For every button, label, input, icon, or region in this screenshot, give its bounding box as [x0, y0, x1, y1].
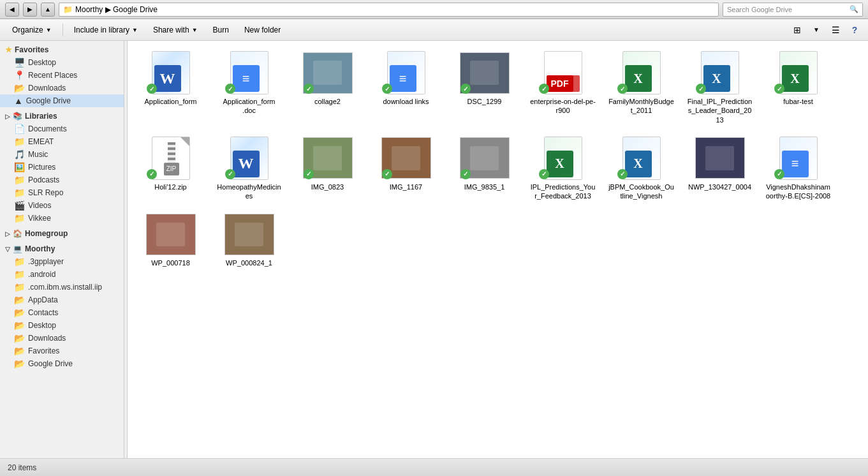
list-item[interactable]: ✓IMG_1167 [369, 133, 443, 204]
view-large-icon-button[interactable]: ⊞ [789, 22, 805, 38]
list-item[interactable]: ✓IMG_9835_1 [448, 133, 521, 204]
include-library-button[interactable]: Include in library ▼ [67, 22, 145, 38]
contacts-icon: 📂 [14, 308, 25, 318]
gdrive2-icon: 📂 [14, 359, 25, 369]
favorites-label: Favorites [15, 45, 48, 54]
sync-check-badge: ✓ [304, 169, 314, 179]
new-folder-button[interactable]: New folder [237, 22, 288, 38]
sidebar-item-desktop2[interactable]: 📂 Desktop [0, 319, 124, 332]
file-label: HomeopathyMedicines [216, 182, 283, 201]
sidebar-item-recent-label: Recent Places [28, 71, 77, 80]
list-item[interactable]: X ✓fubar-test [761, 47, 835, 128]
file-label: Holi'12.zip [154, 182, 186, 191]
excel-icon: X [622, 51, 661, 94]
back-button[interactable]: ◀ [5, 3, 19, 17]
sidebar-item-documents[interactable]: 📄 Documents [0, 123, 124, 135]
list-item[interactable]: WP_000824_1 [212, 209, 286, 271]
file-label: Application_form .doc [216, 97, 283, 115]
sidebar-pictures-label: Pictures [28, 163, 55, 172]
excel-blue-icon: X [701, 51, 739, 94]
list-item[interactable]: ≡ ✓Application_form .doc [212, 47, 286, 128]
file-icon-wrapper: PDF ✓ [538, 50, 589, 95]
sidebar-item-gdrive2[interactable]: 📂 Google Drive [0, 357, 124, 370]
sidebar-item-favorites2[interactable]: 📂 Favorites [0, 345, 124, 357]
share-with-button[interactable]: Share with ▼ [146, 22, 205, 38]
chevron-homegroup: ▷ [5, 230, 10, 237]
list-item[interactable]: ✓DSC_1299 [448, 47, 521, 128]
sidebar-item-google-drive[interactable]: ▲ Google Drive [0, 94, 124, 107]
list-item[interactable]: X ✓jBPM_Cookbook_Outline_Vignesh [605, 133, 678, 204]
list-item[interactable]: ✓IMG_0823 [291, 133, 364, 204]
toolbar: Organize ▼ Include in library ▼ Share wi… [0, 19, 868, 41]
list-item[interactable]: X ✓FamilyMonthlyBudget_2011 [605, 47, 678, 128]
view-details-button[interactable]: ☰ [827, 22, 844, 38]
sidebar-item-emeat[interactable]: 📁 EMEAT [0, 135, 124, 148]
sidebar-documents-label: Documents [28, 124, 67, 133]
list-item[interactable]: NWP_130427_0004 [683, 133, 756, 204]
sidebar-emeat-label: EMEAT [28, 137, 54, 146]
sidebar-item-pictures[interactable]: 🖼️ Pictures [0, 161, 124, 174]
file-icon-wrapper: ✓ [302, 50, 353, 95]
desktop2-icon: 📂 [14, 320, 25, 331]
sidebar-vikkee-label: Vikkee [28, 214, 51, 223]
sidebar-item-downloads[interactable]: 📂 Downloads [0, 82, 124, 94]
sync-check-badge: ✓ [774, 169, 784, 179]
favorites-star-icon: ★ [5, 45, 12, 54]
sidebar-item-3gp[interactable]: 📁 .3gpplayer [0, 255, 124, 268]
file-icon-wrapper: ✓ [459, 136, 510, 181]
toolbar-right: ⊞ ▼ ☰ ? [789, 22, 863, 38]
burn-button[interactable]: Burn [206, 22, 236, 38]
sidebar-item-music[interactable]: 🎵 Music [0, 148, 124, 161]
list-item[interactable]: ZIP ✓Holi'12.zip [134, 133, 207, 204]
list-item[interactable]: PDF ✓enterprise-on-del-pe-r900 [526, 47, 600, 128]
sidebar-item-podcasts[interactable]: 📁 Podcasts [0, 174, 124, 186]
sidebar-item-slrrepo[interactable]: 📁 SLR Repo [0, 186, 124, 199]
help-button[interactable]: ? [846, 22, 863, 38]
sidebar-item-comibm[interactable]: 📁 .com.ibm.ws.install.iip [0, 281, 124, 294]
breadcrumb[interactable]: 📁 Moorthy ▶ Google Drive [59, 3, 719, 17]
sidebar-item-appdata[interactable]: 📂 AppData [0, 294, 124, 306]
sidebar-item-downloads2[interactable]: 📂 Downloads [0, 332, 124, 345]
list-item[interactable]: ✓collage2 [291, 47, 364, 128]
item-count: 20 items [8, 463, 36, 472]
include-library-label: Include in library [74, 26, 129, 34]
desktop-icon: 🖥️ [14, 57, 25, 68]
file-label: NWP_130427_0004 [688, 182, 751, 191]
list-item[interactable]: W ✓HomeopathyMedicines [212, 133, 286, 204]
sidebar-item-videos[interactable]: 🎬 Videos [0, 199, 124, 212]
sidebar-item-android[interactable]: 📁 .android [0, 268, 124, 281]
excel-icon: X [779, 51, 818, 94]
sidebar-item-desktop[interactable]: 🖥️ Desktop [0, 56, 124, 69]
sidebar-item-vikkee[interactable]: 📁 Vikkee [0, 212, 124, 225]
list-item[interactable]: X ✓Final_IPL_Predictions_Leader_Board_20… [683, 47, 756, 128]
chevron-libraries: ▷ [5, 113, 10, 120]
google-drive-icon: ▲ [14, 96, 23, 106]
view-dropdown-button[interactable]: ▼ [808, 22, 825, 38]
list-item[interactable]: WP_000718 [134, 209, 207, 271]
list-item[interactable]: ≡ ✓download links [369, 47, 443, 128]
emeat-icon: 📁 [14, 137, 25, 147]
file-label: jBPM_Cookbook_Outline_Vignesh [608, 182, 675, 201]
organize-label: Organize [12, 26, 43, 34]
excel-icon: X [544, 137, 582, 180]
organize-button[interactable]: Organize ▼ [5, 22, 59, 38]
sync-check-badge: ✓ [225, 169, 235, 179]
sidebar-downloads2-label: Downloads [28, 334, 66, 343]
forward-button[interactable]: ▶ [23, 3, 37, 17]
list-item[interactable]: ≡ ✓VigneshDhakshinamoorthy-B.E[CS]-2008 [761, 133, 835, 204]
list-item[interactable]: W ✓Application_form [134, 47, 207, 128]
file-icon-wrapper: W ✓ [224, 136, 275, 181]
list-item[interactable]: X ✓IPL_Predictions_Your_Feedback_2013 [526, 133, 600, 204]
search-bar[interactable]: Search Google Drive 🔍 [723, 3, 863, 17]
sidebar-item-recent[interactable]: 📍 Recent Places [0, 69, 124, 82]
file-icon-wrapper [145, 212, 196, 257]
include-chevron: ▼ [132, 27, 138, 33]
word-doc-icon: W [152, 51, 190, 94]
moorthy-section: ▽ 💻 Moorthy 📁 .3gpplayer 📁 .android 📁 .c… [0, 242, 124, 370]
up-button[interactable]: ▲ [41, 3, 55, 17]
sidebar-item-contacts[interactable]: 📂 Contacts [0, 306, 124, 319]
file-label: collage2 [314, 97, 341, 106]
vikkee-icon: 📁 [14, 213, 25, 223]
search-icon: 🔍 [850, 5, 858, 13]
homegroup-label: Homegroup [25, 229, 68, 238]
